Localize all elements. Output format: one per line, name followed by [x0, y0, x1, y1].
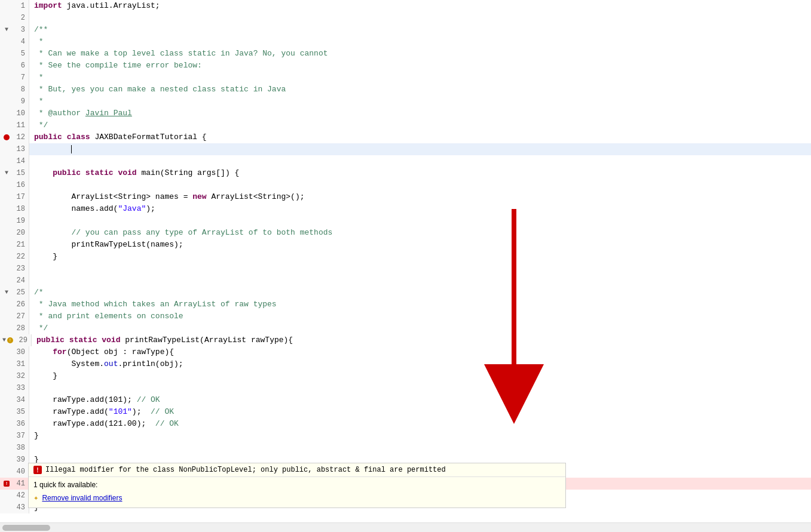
error-message-text: Illegal modifier for the class NonPublic…	[45, 466, 446, 474]
breakpoint-area: ▼	[2, 24, 11, 36]
line-content[interactable]: printRawTypeList(names);	[29, 239, 811, 251]
breakpoint-area: ▼!	[2, 334, 13, 346]
line-content[interactable]: * @author Javin Paul	[29, 107, 811, 119]
line-gutter: 35	[0, 406, 29, 418]
code-line: 35 rawType.add("101"); // OK	[0, 406, 811, 418]
code-line: 33	[0, 382, 811, 394]
line-number: 42	[12, 490, 25, 502]
code-line: 18 names.add("Java");	[0, 203, 811, 215]
line-gutter: 13	[0, 143, 29, 155]
line-content[interactable]: *	[29, 96, 811, 107]
line-content[interactable]	[29, 143, 811, 155]
horizontal-scrollbar[interactable]	[0, 522, 811, 532]
line-content[interactable]: System.out.println(obj);	[29, 358, 811, 370]
line-gutter: ▼! 29	[0, 334, 32, 346]
line-content[interactable]: names.add("Java");	[29, 203, 811, 215]
line-gutter: 2	[0, 12, 29, 24]
line-content[interactable]: }	[29, 370, 811, 382]
line-gutter: 5	[0, 48, 29, 60]
line-content[interactable]: *	[29, 72, 811, 84]
code-line: 22 }	[0, 251, 811, 263]
error-icon: !	[7, 337, 13, 343]
quick-fix-label: 1 quick fix available:	[33, 481, 561, 489]
line-gutter: 38	[0, 442, 29, 454]
fold-icon[interactable]: ▼	[5, 24, 8, 36]
scrollbar-thumb[interactable]	[2, 525, 50, 531]
quick-fix-item[interactable]: ✦ Remove invalid modifiers	[33, 491, 561, 504]
line-number: 34	[12, 394, 25, 406]
line-content[interactable]	[29, 442, 811, 454]
line-content[interactable]: * and print elements on console	[29, 310, 811, 322]
line-number: 4	[12, 36, 25, 48]
code-line: 26 * Java method which takes an ArrayLis…	[0, 299, 811, 310]
line-content[interactable]	[29, 12, 811, 24]
quick-fix-link[interactable]: Remove invalid modifiers	[42, 494, 122, 502]
line-gutter: 14	[0, 155, 29, 167]
line-content[interactable]: ArrayList<String> names = new ArrayList<…	[29, 191, 811, 203]
line-gutter: 4	[0, 36, 29, 48]
code-line: 34 rawType.add(101); // OK	[0, 394, 811, 406]
line-gutter: 24	[0, 275, 29, 287]
code-line: ▼ 15 public static void main(String args…	[0, 167, 811, 179]
line-content[interactable]: *	[29, 36, 811, 48]
line-content[interactable]: for(Object obj : rawType){	[29, 346, 811, 358]
line-number: 3	[12, 24, 25, 36]
line-content[interactable]	[29, 263, 811, 275]
line-number: 37	[12, 430, 25, 442]
line-content[interactable]: */	[29, 119, 811, 131]
fold-icon[interactable]: ▼	[5, 287, 8, 299]
line-content[interactable]: /**	[29, 24, 811, 36]
line-content[interactable]: }	[29, 430, 811, 442]
line-content[interactable]: */	[29, 322, 811, 334]
line-gutter: 36	[0, 418, 29, 430]
line-number: 7	[12, 72, 25, 84]
line-content[interactable]	[29, 275, 811, 287]
fold-icon[interactable]: ▼	[5, 167, 8, 179]
line-content[interactable]: rawType.add("101"); // OK	[29, 406, 811, 418]
error-popup: Illegal modifier for the class NonPublic…	[28, 463, 566, 508]
line-content[interactable]	[29, 215, 811, 227]
line-content[interactable]: * But, yes you can make a nested class s…	[29, 84, 811, 96]
line-content[interactable]: /*	[29, 287, 811, 299]
line-gutter: ▼ 25	[0, 287, 29, 299]
line-number: 24	[12, 275, 25, 287]
line-content[interactable]: rawType.add(121.00); // OK	[29, 418, 811, 430]
line-number: 14	[12, 155, 25, 167]
line-gutter: 28	[0, 322, 29, 334]
line-content[interactable]: public class JAXBDateFormatTutorial {	[29, 131, 811, 143]
line-gutter: 40	[0, 466, 29, 478]
line-content[interactable]: * Java method which takes an ArrayList o…	[29, 299, 811, 310]
line-number: 1	[12, 0, 25, 12]
breakpoint-area: !	[2, 481, 11, 487]
line-number: 10	[12, 107, 25, 119]
line-number: 23	[12, 263, 25, 275]
code-line: 2	[0, 12, 811, 24]
line-number: 2	[12, 12, 25, 24]
line-gutter: 30	[0, 346, 29, 358]
line-number: 29	[14, 334, 27, 346]
line-content[interactable]	[29, 155, 811, 167]
line-content[interactable]: * See the compile time error below:	[29, 60, 811, 72]
line-number: 20	[12, 227, 25, 239]
line-content[interactable]: // you can pass any type of ArrayList of…	[29, 227, 811, 239]
line-content[interactable]: public static void printRawTypeList(Arra…	[32, 334, 811, 346]
code-line: ▼ 3 /**	[0, 24, 811, 36]
line-content[interactable]	[29, 179, 811, 191]
code-area[interactable]: 1 import java.util.ArrayList; 2 ▼ 3 /** …	[0, 0, 811, 520]
line-number: 15	[12, 167, 25, 179]
line-number: 38	[12, 442, 25, 454]
line-content[interactable]	[29, 382, 811, 394]
fold-icon[interactable]: ▼	[2, 334, 6, 346]
code-line: 14	[0, 155, 811, 167]
line-content[interactable]: * Can we make a top level class static i…	[29, 48, 811, 60]
line-content[interactable]: import java.util.ArrayList;	[29, 0, 811, 12]
code-line: 4 *	[0, 36, 811, 48]
line-content[interactable]: rawType.add(101); // OK	[29, 394, 811, 406]
line-content[interactable]: }	[29, 251, 811, 263]
line-number: 19	[12, 215, 25, 227]
line-gutter: 11	[0, 119, 29, 131]
line-content[interactable]: public static void main(String args[]) {	[29, 167, 811, 179]
code-line: ▼! 29 public static void printRawTypeLis…	[0, 334, 811, 346]
line-number: 25	[12, 287, 25, 299]
line-number: 31	[12, 358, 25, 370]
